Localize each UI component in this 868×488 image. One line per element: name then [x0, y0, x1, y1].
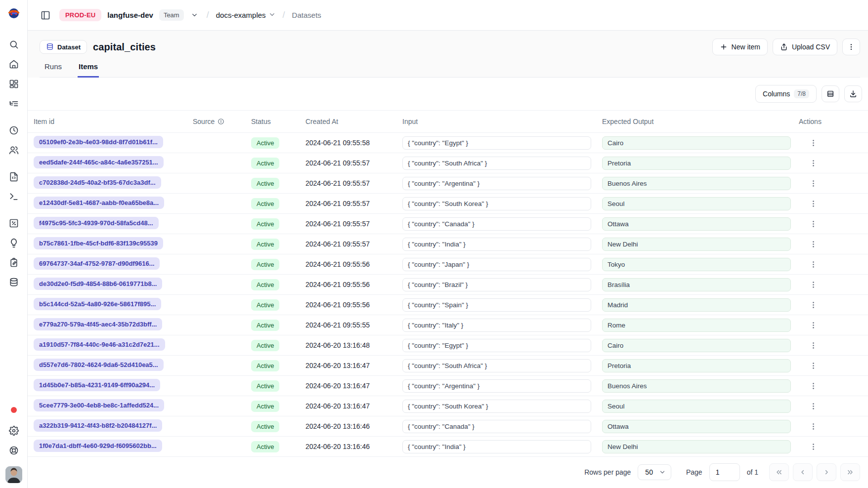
item-id-link[interactable]: a1910d57-7f84-440c-9e46-a31c2d7e21...	[34, 338, 165, 351]
item-id-link[interactable]: f4975c95-5fc3-4939-970d-58fa5cd48...	[34, 217, 159, 229]
row-actions-kebab-icon[interactable]	[806, 318, 821, 332]
item-id-link[interactable]: e779a270-579a-4f45-aec4-35b72d3bff...	[34, 318, 162, 330]
row-height-button[interactable]	[822, 85, 839, 102]
row-actions-kebab-icon[interactable]	[806, 338, 821, 353]
evals-percent-icon[interactable]	[4, 213, 24, 233]
environment-badge: PROD-EU	[59, 9, 101, 21]
item-id-link[interactable]: 05109ef0-2e3b-4e03-98dd-8f7d01b61f...	[34, 136, 163, 148]
org-type-dropdown[interactable]: Team	[159, 9, 184, 21]
row-actions-kebab-icon[interactable]	[806, 439, 821, 454]
table-header-row: Item id Source Status Created At Input E…	[28, 110, 868, 133]
expected-output-cell: Madrid	[602, 298, 791, 312]
col-header-expected-output[interactable]: Expected Output	[602, 118, 799, 125]
export-download-button[interactable]	[844, 85, 862, 102]
row-actions-kebab-icon[interactable]	[806, 277, 821, 292]
tab-runs[interactable]: Runs	[43, 62, 63, 78]
org-type-label: Team	[164, 11, 179, 19]
row-actions-kebab-icon[interactable]	[806, 378, 821, 393]
annotation-lightbulb-icon[interactable]	[4, 233, 24, 253]
row-actions-kebab-icon[interactable]	[806, 176, 821, 191]
table-row: e779a270-579a-4f45-aec4-35b72d3bff... Ac…	[28, 315, 868, 335]
table-toolbar: Columns 7/8	[28, 78, 868, 110]
dataset-more-button[interactable]	[842, 39, 860, 55]
page-number-input[interactable]	[709, 463, 740, 481]
org-chevron-down-icon[interactable]	[190, 10, 200, 20]
previous-page-button[interactable]	[793, 463, 813, 481]
project-dropdown[interactable]: docs-examples	[216, 11, 276, 20]
row-actions-kebab-icon[interactable]	[806, 419, 821, 434]
col-header-created-at[interactable]: Created At	[305, 118, 402, 125]
created-at-cell: 2024-06-21 09:55:57	[305, 240, 402, 248]
row-actions-kebab-icon[interactable]	[806, 216, 821, 231]
expected-output-cell: Cairo	[602, 136, 791, 150]
sessions-clock-icon[interactable]	[4, 121, 24, 140]
expected-output-cell: New Delhi	[602, 238, 791, 251]
dashboard-icon[interactable]	[4, 74, 24, 94]
item-id-link[interactable]: d557e7d6-7802-4624-9da6-52d410ea5...	[34, 359, 164, 371]
col-header-input[interactable]: Input	[402, 118, 602, 125]
scores-clipboard-icon[interactable]	[4, 253, 24, 273]
user-avatar[interactable]	[5, 466, 22, 483]
created-at-cell: 2024-06-21 09:55:57	[305, 179, 402, 187]
row-actions-kebab-icon[interactable]	[806, 358, 821, 373]
item-id-link[interactable]: a322b319-9412-4f43-b8f2-b20484127f...	[34, 419, 162, 432]
status-badge: Active	[251, 239, 279, 250]
support-lifebuoy-icon[interactable]	[4, 441, 24, 460]
input-cell: { "country": "Argentina" }	[402, 379, 591, 393]
table-row: eed5dafe-244f-465c-a84c-4a6e357251... Ac…	[28, 153, 868, 173]
status-badge: Active	[251, 340, 279, 351]
sidebar-toggle-icon[interactable]	[38, 7, 53, 23]
upload-csv-button[interactable]: Upload CSV	[773, 39, 837, 55]
rows-per-page-label: Rows per page	[584, 468, 631, 476]
row-actions-kebab-icon[interactable]	[806, 257, 821, 272]
row-actions-kebab-icon[interactable]	[806, 196, 821, 211]
tab-bar: Runs Items	[40, 62, 860, 78]
status-badge: Active	[251, 421, 279, 432]
item-id-link[interactable]: de30d2e0-f5d9-4854-88b6-0619771b8...	[34, 278, 162, 290]
search-icon[interactable]	[4, 35, 24, 54]
langfuse-logo[interactable]	[7, 7, 20, 20]
item-id-link[interactable]: e12430df-5e81-4687-aabb-f0ea65be8a...	[34, 197, 164, 209]
datasets-database-icon[interactable]	[4, 273, 24, 292]
item-id-link[interactable]: b5c144cd-52a5-4a80-926e-58617f895...	[34, 298, 161, 310]
status-badge: Active	[251, 279, 279, 290]
playground-terminal-icon[interactable]	[4, 187, 24, 206]
breadcrumb-separator: /	[282, 10, 286, 20]
row-actions-kebab-icon[interactable]	[806, 135, 821, 150]
users-icon[interactable]	[4, 140, 24, 160]
info-icon	[217, 118, 224, 125]
row-actions-kebab-icon[interactable]	[806, 297, 821, 312]
row-actions-kebab-icon[interactable]	[806, 237, 821, 251]
database-icon	[46, 43, 54, 51]
home-icon[interactable]	[4, 54, 24, 74]
columns-button[interactable]: Columns 7/8	[755, 85, 817, 103]
col-header-source[interactable]: Source	[193, 118, 251, 125]
row-actions-kebab-icon[interactable]	[806, 399, 821, 413]
created-at-cell: 2024-06-20 13:16:46	[305, 422, 402, 430]
breadcrumb-section[interactable]: Datasets	[292, 11, 321, 19]
upload-csv-label: Upload CSV	[792, 43, 830, 51]
first-page-button[interactable]	[769, 463, 789, 481]
rows-per-page-select[interactable]: 50	[638, 464, 671, 480]
col-header-item-id[interactable]: Item id	[34, 118, 193, 125]
next-page-button[interactable]	[817, 463, 836, 481]
tab-items[interactable]: Items	[78, 62, 99, 78]
item-id-link[interactable]: 1f0e7da1-dbff-4e60-929d-f6095602bb...	[34, 440, 162, 452]
created-at-cell: 2024-06-20 13:16:48	[305, 341, 402, 349]
item-id-link[interactable]: 5cee7779-3e00-4eb8-be8c-1affedd524...	[34, 399, 164, 411]
table-body: 05109ef0-2e3b-4e03-98dd-8f7d01b61f... Ac…	[28, 133, 868, 457]
item-id-link[interactable]: 69764737-34af-4752-9787-d90df9616...	[34, 257, 160, 270]
tracing-icon[interactable]	[4, 94, 24, 114]
item-id-link[interactable]: c702838d-24d5-40a2-bf35-67dc3a3df...	[34, 176, 161, 189]
col-header-status[interactable]: Status	[251, 118, 305, 125]
settings-gear-icon[interactable]	[4, 421, 24, 441]
row-actions-kebab-icon[interactable]	[806, 156, 821, 170]
new-item-button[interactable]: New item	[712, 39, 768, 55]
item-id-link[interactable]: eed5dafe-244f-465c-a84c-4a6e357251...	[34, 156, 164, 168]
item-id-link[interactable]: 1d45b0e7-b85a-4231-9149-6ff90a294...	[34, 379, 160, 391]
org-name[interactable]: langfuse-dev	[107, 11, 153, 19]
item-id-link[interactable]: b75c7861-1fbe-45cf-bdf6-83f139c95539	[34, 237, 163, 249]
last-page-button[interactable]	[840, 463, 860, 481]
prompts-file-icon[interactable]	[4, 167, 24, 187]
sidebar	[0, 0, 28, 488]
